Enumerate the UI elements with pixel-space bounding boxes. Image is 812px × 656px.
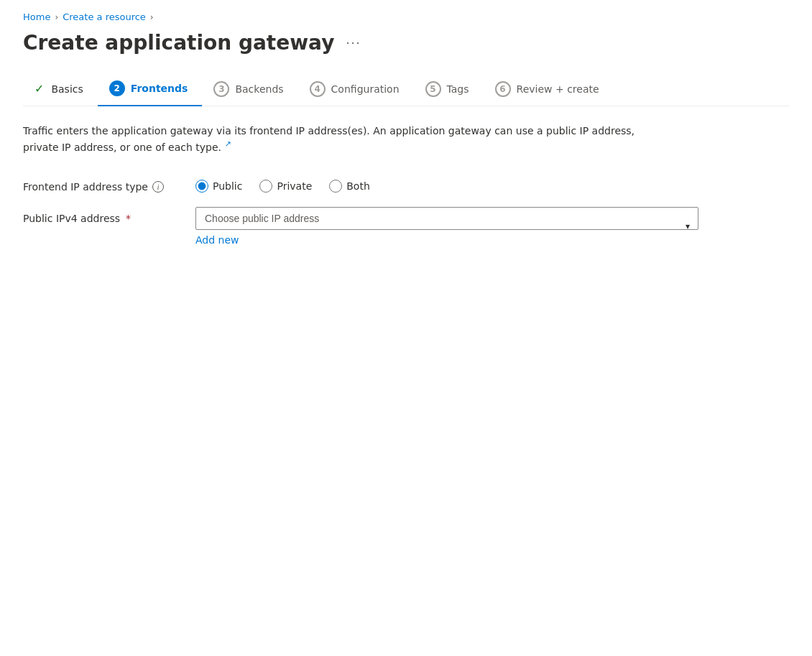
radio-input-private[interactable] [259,180,272,193]
radio-private[interactable]: Private [259,180,312,193]
radio-input-both[interactable] [329,180,342,193]
wizard-step-frontends[interactable]: 2 Frontends [98,72,203,106]
radio-both-label: Both [346,180,370,192]
external-link-icon: ↗ [224,139,231,149]
page-title-row: Create application gateway ··· [23,31,789,55]
breadcrumb-home[interactable]: Home [23,11,50,22]
step-review-create-label: Review + create [517,83,599,95]
wizard-step-tags[interactable]: 5 Tags [414,73,484,106]
info-icon-frontend[interactable]: i [152,181,164,193]
wizard-step-configuration[interactable]: 4 Configuration [298,73,414,106]
add-new-link[interactable]: Add new [195,234,698,246]
breadcrumb-create-resource[interactable]: Create a resource [63,11,146,22]
radio-both[interactable]: Both [329,180,370,193]
radio-private-label: Private [277,180,312,192]
step-frontends-label: Frontends [131,83,188,94]
breadcrumb-sep1: › [55,12,58,22]
step-configuration-label: Configuration [331,83,400,95]
step-circle-4: 4 [310,81,326,97]
wizard-steps: ✓ Basics 2 Frontends 3 Backends 4 Config… [23,72,789,106]
breadcrumb: Home › Create a resource › [23,11,789,22]
wizard-step-basics[interactable]: ✓ Basics [23,73,98,104]
public-ipv4-label: Public IPv4 address * [23,207,181,224]
breadcrumb-sep2: › [150,12,154,22]
public-ip-dropdown-container: Choose public IP address ▾ Add new [195,207,698,246]
required-star: * [126,213,131,224]
step-circle-5: 5 [425,81,441,97]
step-circle-2: 2 [109,80,125,96]
check-icon: ✓ [34,82,44,96]
info-link[interactable]: ↗ [224,142,231,153]
step-circle-3: 3 [213,81,229,97]
step-circle-6: 6 [495,81,511,97]
page-title: Create application gateway [23,31,334,55]
info-text: Traffic enters the application gateway v… [23,124,670,155]
public-ip-dropdown[interactable]: Choose public IP address [195,207,698,230]
radio-public-label: Public [213,180,242,192]
wizard-step-backends[interactable]: 3 Backends [202,73,297,106]
wizard-step-review-create[interactable]: 6 Review + create [484,73,614,106]
frontend-ip-radio-group: Public Private Both [195,175,370,193]
step-backends-label: Backends [235,83,283,95]
ellipsis-button[interactable]: ··· [341,34,365,52]
radio-public[interactable]: Public [195,180,242,193]
step-tags-label: Tags [447,83,469,95]
radio-input-public[interactable] [195,180,208,193]
public-ipv4-row: Public IPv4 address * Choose public IP a… [23,207,789,246]
step-basics-label: Basics [51,83,83,95]
frontend-ip-label: Frontend IP address type i [23,175,181,193]
frontend-ip-type-row: Frontend IP address type i Public Privat… [23,175,789,193]
